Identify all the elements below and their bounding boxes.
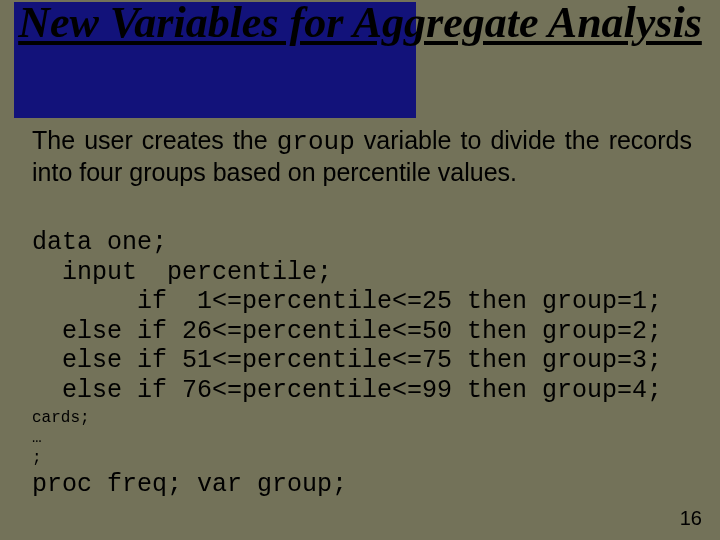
code-block-main: data one; input percentile; if 1<=percen… <box>32 228 692 405</box>
slide-title: New Variables for Aggregate Analysis <box>0 0 720 46</box>
paragraph-mono: group <box>277 127 355 157</box>
page-number: 16 <box>680 507 702 530</box>
code-block-cards: cards; … ; <box>32 408 692 468</box>
intro-paragraph: The user creates the group variable to d… <box>32 126 692 187</box>
code-block-proc: proc freq; var group; <box>32 470 692 500</box>
paragraph-pre: The user creates the <box>32 126 277 154</box>
